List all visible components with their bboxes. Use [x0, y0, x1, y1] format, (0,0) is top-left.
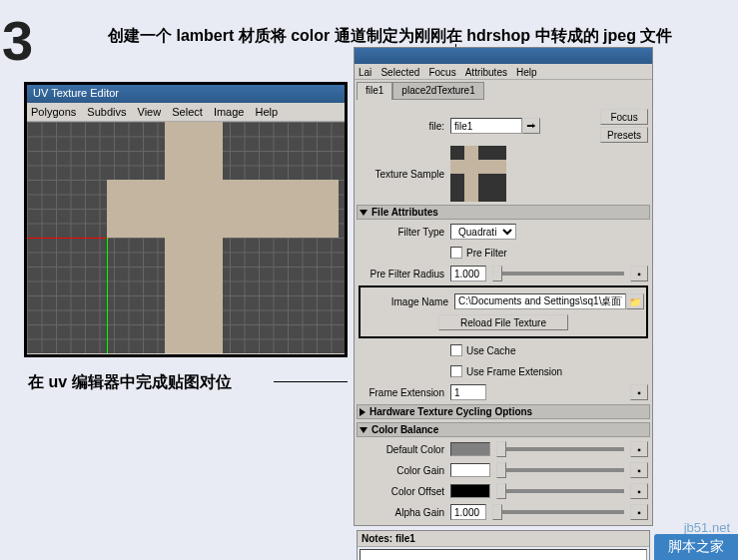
alpha-gain-slider[interactable]	[492, 510, 624, 514]
watermark-url: jb51.net	[684, 520, 730, 535]
menu-attributes[interactable]: Attributes	[465, 67, 507, 78]
image-name-label: Image Name	[363, 296, 454, 307]
image-name-input[interactable]	[454, 293, 626, 309]
pre-filter-radius-slider[interactable]	[492, 272, 624, 276]
uv-canvas[interactable]	[27, 122, 345, 353]
image-name-highlight: Image Name 📁 Reload File Texture	[359, 285, 648, 338]
connect-icon-6[interactable]: ▪	[630, 504, 648, 520]
notes-textarea[interactable]	[360, 549, 647, 560]
section-color-balance[interactable]: Color Balance	[357, 422, 650, 437]
menu-subdivs[interactable]: Subdivs	[87, 106, 126, 118]
presets-button[interactable]: Presets	[600, 127, 648, 143]
menu-selected[interactable]: Selected	[380, 67, 419, 78]
notes-label: Notes: file1	[358, 531, 649, 547]
attr-editor-menubar: Lai Selected Focus Attributes Help	[355, 64, 652, 80]
use-frame-ext-checkbox[interactable]	[450, 365, 462, 377]
color-offset-label: Color Offset	[359, 486, 450, 497]
connect-icon-3[interactable]: ▪	[630, 441, 648, 457]
connect-icon[interactable]: ▪	[630, 266, 648, 281]
uv-editor-menubar: Polygons Subdivs View Select Image Help	[27, 103, 345, 122]
use-frame-ext-label: Use Frame Extension	[466, 366, 562, 377]
color-gain-slider[interactable]	[496, 468, 624, 472]
menu-lai[interactable]: Lai	[359, 67, 371, 78]
goto-button[interactable]: ⮕	[522, 118, 540, 134]
pointer-line-left	[274, 381, 348, 382]
texture-cross-v	[165, 122, 223, 353]
connect-icon-2[interactable]: ▪	[630, 384, 648, 400]
pre-filter-radius-input[interactable]	[450, 266, 486, 281]
axis-y	[107, 238, 108, 353]
default-color-slider[interactable]	[496, 447, 624, 451]
pre-filter-checkbox[interactable]	[450, 247, 462, 259]
menu-focus[interactable]: Focus	[428, 67, 455, 78]
filter-type-label: Filter Type	[359, 227, 450, 238]
attribute-editor-window: Lai Selected Focus Attributes Help file1…	[354, 47, 653, 526]
section-hw-cycling[interactable]: Hardware Texture Cycling Options	[357, 404, 650, 419]
menu-image[interactable]: Image	[214, 106, 245, 118]
browse-icon[interactable]: 📁	[626, 293, 644, 309]
connect-icon-4[interactable]: ▪	[630, 462, 648, 478]
uv-editor-window: UV Texture Editor Polygons Subdivs View …	[24, 82, 348, 357]
watermark: jb51.net 脚本之家	[608, 520, 738, 560]
tab-bar: file1 place2dTexture1	[357, 82, 650, 100]
color-offset-swatch[interactable]	[450, 484, 490, 498]
menu-view[interactable]: View	[138, 106, 162, 118]
notes-panel: Notes: file1	[357, 530, 650, 560]
file-input[interactable]	[450, 118, 522, 134]
color-gain-label: Color Gain	[359, 465, 450, 476]
watermark-tag: 脚本之家	[654, 534, 738, 560]
color-offset-slider[interactable]	[496, 489, 624, 493]
triangle-down-icon-2	[360, 427, 368, 433]
use-cache-checkbox[interactable]	[450, 344, 462, 356]
default-color-label: Default Color	[359, 444, 450, 455]
filter-type-select[interactable]: Quadratic	[450, 224, 516, 240]
texture-cross-h	[107, 180, 339, 238]
alpha-gain-label: Alpha Gain	[359, 507, 450, 518]
triangle-down-icon	[360, 210, 368, 216]
uv-editor-title: UV Texture Editor	[27, 85, 345, 103]
color-gain-swatch[interactable]	[450, 463, 490, 477]
tab-file1[interactable]: file1	[357, 82, 392, 100]
frame-ext-label: Frame Extension	[359, 387, 450, 398]
use-cache-label: Use Cache	[466, 345, 515, 356]
connect-icon-5[interactable]: ▪	[630, 483, 648, 499]
menu-select[interactable]: Select	[172, 106, 203, 118]
menu-help2[interactable]: Help	[516, 67, 537, 78]
step-number: 3	[2, 8, 33, 73]
attr-content: file: ⮕ Focus Presets Texture Sample Fil…	[355, 102, 652, 528]
texture-sample-label: Texture Sample	[359, 169, 450, 180]
axis-x	[27, 238, 107, 239]
menu-polygons[interactable]: Polygons	[31, 106, 76, 118]
annotation-left: 在 uv 编辑器中完成贴图对位	[28, 372, 232, 393]
frame-ext-input[interactable]	[450, 384, 486, 400]
reload-file-texture-button[interactable]: Reload File Texture	[438, 314, 568, 330]
section-file-attributes[interactable]: File Attributes	[357, 205, 650, 220]
menu-help[interactable]: Help	[256, 106, 279, 118]
pre-filter-radius-label: Pre Filter Radius	[359, 269, 450, 280]
default-color-swatch[interactable]	[450, 442, 490, 456]
texture-sample-swatch	[450, 146, 506, 202]
pre-filter-label: Pre Filter	[466, 248, 507, 259]
annotation-top: 创建一个 lambert 材质将 color 通道制定为刚刚在 hdrshop …	[108, 26, 672, 47]
focus-button[interactable]: Focus	[600, 109, 648, 125]
triangle-right-icon	[360, 408, 366, 416]
tab-place2dtexture1[interactable]: place2dTexture1	[392, 82, 483, 100]
file-label: file:	[359, 121, 450, 132]
alpha-gain-input[interactable]	[450, 504, 486, 520]
attr-editor-titlebar	[355, 48, 652, 64]
